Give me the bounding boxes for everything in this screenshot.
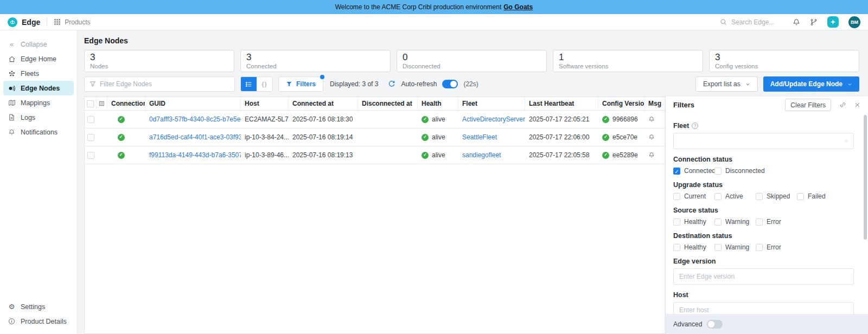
close-icon[interactable] <box>854 102 860 108</box>
stat-card-config-versions[interactable]: 3 Config versions <box>709 50 859 72</box>
sidebar-item-label: Mappings <box>21 99 50 107</box>
sidebar-item-product-details[interactable]: Product Details <box>0 314 77 329</box>
filters-button[interactable]: Filters <box>278 76 323 92</box>
msg-bell-icon[interactable] <box>648 152 655 158</box>
filter-edge-nodes-input[interactable] <box>100 80 229 88</box>
filters-panel-header: Filters Clear Filters <box>666 97 868 113</box>
col-header-connected-at[interactable]: Connected at <box>289 97 358 110</box>
checkbox-source-error[interactable]: Error <box>756 218 781 226</box>
autorefresh-toggle[interactable] <box>442 80 458 88</box>
stat-value: 3 <box>715 52 853 63</box>
col-header-last-heartbeat[interactable]: Last Heartbeat <box>525 97 598 110</box>
health-cell: alive <box>432 133 445 141</box>
col-header-host[interactable]: Host <box>241 97 289 110</box>
user-avatar[interactable]: BM <box>848 16 860 28</box>
col-header-disconnected-at[interactable]: Disconnected at <box>358 97 418 110</box>
sidebar-item-logs[interactable]: Logs <box>0 110 77 125</box>
search-input[interactable] <box>731 18 783 26</box>
row-checkbox[interactable] <box>87 134 94 141</box>
assistant-sparkle-icon[interactable] <box>827 16 839 28</box>
table-toolbar: {} Filters Displayed: 3 of 3 Auto-refres… <box>84 76 859 92</box>
checkbox-destination-error[interactable]: Error <box>756 243 781 251</box>
checkbox-current[interactable]: Current <box>673 192 714 200</box>
stat-card-disconnected[interactable]: 0 Disconnected <box>397 50 547 72</box>
row-checkbox[interactable] <box>87 116 94 123</box>
checkbox-box <box>714 193 722 200</box>
checkbox-source-warning[interactable]: Warning <box>714 218 756 226</box>
help-icon[interactable]: ? <box>692 123 698 129</box>
checkbox-failed[interactable]: Failed <box>797 192 826 200</box>
banner-link[interactable]: Go Goats <box>503 3 533 11</box>
checkbox-label: Warning <box>725 218 749 226</box>
gear-icon: ⚙ <box>8 303 16 310</box>
global-search[interactable] <box>720 18 783 26</box>
notifications-bell-icon[interactable] <box>793 18 800 26</box>
filters-panel-scrollbar[interactable] <box>864 115 867 240</box>
content-row: Connection GUID Host Connected at Discon… <box>84 97 868 334</box>
clear-filters-button[interactable]: Clear Filters <box>785 99 831 111</box>
row-checkbox[interactable] <box>87 152 94 159</box>
checkbox-active[interactable]: Active <box>714 192 756 200</box>
col-header-fleet[interactable]: Fleet <box>458 97 525 110</box>
refresh-icon[interactable] <box>388 80 395 88</box>
checkbox-connected[interactable]: Connected <box>673 167 714 175</box>
sidebar-item-notifications[interactable]: Notifications <box>0 125 77 139</box>
sidebar-item-mappings[interactable]: Mappings <box>0 95 77 110</box>
stat-card-software-versions[interactable]: 1 Software versions <box>553 50 703 72</box>
table-header: Connection GUID Host Connected at Discon… <box>85 97 665 111</box>
msg-bell-icon[interactable] <box>648 116 655 123</box>
add-update-edge-node-button[interactable]: Add/Update Edge Node <box>763 76 859 92</box>
export-list-button[interactable]: Export list as <box>695 76 758 92</box>
col-header-msg[interactable]: Msg <box>644 97 665 110</box>
checkbox-box <box>756 244 763 251</box>
fleet-link[interactable]: sandiegofleet <box>462 151 501 159</box>
guid-link[interactable]: f99113da-4149-443d-b7a6-3507... <box>149 151 241 159</box>
stats-cards: 3 Nodes 3 Connected 0 Disconnected 1 Sof… <box>84 50 859 72</box>
sidebar-item-edge-home[interactable]: Edge Home <box>0 52 77 66</box>
destination-status-label: Destination status <box>673 232 854 240</box>
stat-value: 1 <box>559 52 697 63</box>
column-settings-icon[interactable] <box>97 97 107 110</box>
sidebar-collapse[interactable]: « Collapse <box>0 37 77 52</box>
checkbox-label: Error <box>767 218 781 226</box>
stat-card-nodes[interactable]: 3 Nodes <box>84 50 234 72</box>
col-header-guid[interactable]: GUID <box>145 97 241 110</box>
col-header-connection[interactable]: Connection <box>107 97 145 110</box>
msg-bell-icon[interactable] <box>648 134 655 140</box>
copy-link-icon[interactable] <box>839 101 846 108</box>
checkbox-label: Connected <box>684 167 716 175</box>
checkbox-label: Warning <box>725 243 749 251</box>
sidebar-item-label: Notifications <box>21 129 58 136</box>
config-ok-icon <box>602 134 609 141</box>
filters-panel-footer: Advanced <box>666 314 868 334</box>
health-ok-icon <box>422 152 429 159</box>
grid-icon <box>54 18 61 25</box>
advanced-toggle[interactable] <box>707 320 723 329</box>
sidebar-item-fleets[interactable]: Fleets <box>0 66 77 81</box>
advanced-label: Advanced <box>673 320 702 328</box>
checkbox-disconnected[interactable]: Disconnected <box>714 167 765 175</box>
json-view-button[interactable]: {} <box>257 77 272 91</box>
guid-link[interactable]: 0d7afff3-57fb-4340-8c25-b7e5ec... <box>149 115 241 123</box>
brand-name: Edge <box>22 18 40 27</box>
edge-version-label: Edge version <box>673 258 854 265</box>
fleet-link[interactable]: SeattleFleet <box>462 133 497 141</box>
edge-version-input[interactable] <box>673 268 854 285</box>
host-filter-input[interactable] <box>673 302 854 314</box>
select-all-checkbox[interactable] <box>87 100 94 107</box>
git-branch-icon[interactable] <box>810 18 818 26</box>
checkbox-skipped[interactable]: Skipped <box>756 192 797 200</box>
checkbox-destination-healthy[interactable]: Healthy <box>673 243 714 251</box>
checkbox-source-healthy[interactable]: Healthy <box>673 218 714 226</box>
fleet-link[interactable]: ActiveDirectoryServers <box>462 115 525 123</box>
sidebar-item-edge-nodes[interactable]: Edge Nodes <box>3 81 74 95</box>
products-menu[interactable]: Products <box>54 18 90 26</box>
sidebar-item-settings[interactable]: ⚙ Settings <box>0 299 77 314</box>
fleet-select[interactable] <box>673 133 854 149</box>
col-header-config-version[interactable]: Config Version <box>598 97 644 110</box>
stat-card-connected[interactable]: 3 Connected <box>240 50 391 72</box>
checkbox-destination-warning[interactable]: Warning <box>714 243 756 251</box>
col-header-health[interactable]: Health <box>418 97 458 110</box>
list-view-button[interactable] <box>241 77 257 91</box>
guid-link[interactable]: a716d5ed-caf4-40f1-ace3-03f93... <box>149 133 241 141</box>
